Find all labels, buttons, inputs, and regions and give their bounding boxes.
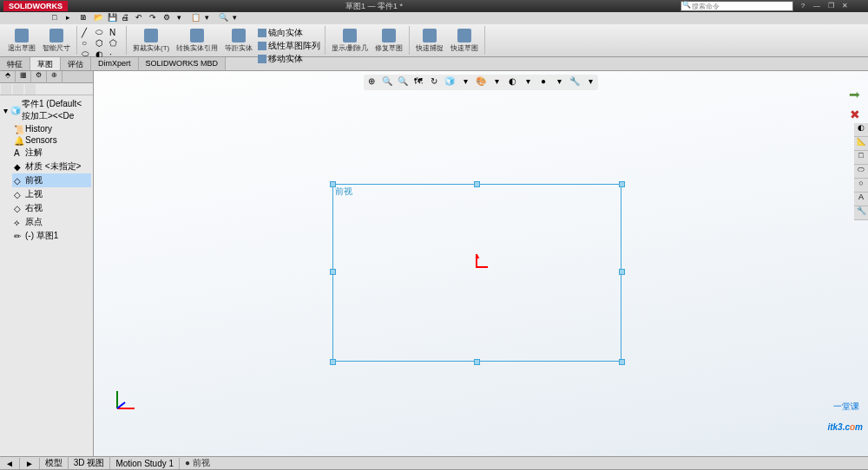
qat-button-1[interactable]: ▸ — [66, 13, 76, 23]
sketch-tool-icon[interactable]: ⬡ — [95, 38, 108, 48]
qat-button-0[interactable]: □ — [52, 13, 62, 23]
confirm-ok-icon[interactable]: ⮕ — [847, 88, 863, 104]
close-button[interactable]: ✕ — [838, 2, 851, 10]
view-tool-10[interactable]: ▾ — [522, 76, 534, 88]
tree-item[interactable]: 🔔Sensors — [12, 134, 91, 146]
sketch-tool-icon[interactable]: N — [109, 28, 122, 37]
ribbon-button[interactable]: 快速草图 — [448, 26, 481, 55]
resize-handle[interactable] — [330, 359, 336, 365]
view-tool-2[interactable]: 🔍 — [397, 76, 409, 88]
confirm-cancel-icon[interactable]: ✖ — [847, 108, 863, 123]
view-tool-13[interactable]: 🔧 — [569, 76, 581, 88]
qat-button-6[interactable]: ↶ — [135, 13, 146, 23]
tab-DimXpert[interactable]: DimXpert — [91, 57, 139, 70]
help-button[interactable]: ? — [797, 2, 809, 10]
ribbon-label: 快速捕捉 — [416, 43, 444, 53]
panel-tab-config[interactable]: ⚙ — [31, 71, 47, 83]
ribbon-button[interactable]: 剪裁实体(T) — [130, 26, 172, 55]
ribbon-button[interactable]: 退出草图 — [5, 26, 38, 55]
sketch-tool-icon[interactable]: ⬠ — [109, 38, 122, 48]
panel-tool-1[interactable] — [1, 84, 11, 95]
taskpane-button-5[interactable]: A — [854, 193, 868, 206]
minimize-button[interactable]: — — [811, 2, 823, 10]
tab-评估[interactable]: 评估 — [61, 57, 91, 70]
view-tool-5[interactable]: 🧊 — [444, 76, 456, 88]
qat-button-7[interactable]: ↷ — [149, 13, 160, 23]
panel-tab-feature[interactable]: ⬘ — [0, 71, 16, 83]
resize-handle[interactable] — [619, 181, 625, 187]
tree-item[interactable]: ◇右视 — [12, 201, 91, 215]
view-tool-7[interactable]: 🎨 — [475, 76, 487, 88]
qat-button-10[interactable]: 📋 — [191, 13, 201, 23]
nav-next-button[interactable]: ► — [20, 458, 40, 469]
qat-button-5[interactable]: 🖨 — [122, 13, 132, 23]
resize-handle[interactable] — [474, 359, 480, 365]
sketch-tool-icon[interactable]: ○ — [82, 38, 94, 48]
ribbon-small-button[interactable]: 线性草图阵列 — [258, 40, 320, 52]
tree-item[interactable]: A注解 — [12, 146, 91, 160]
nav-prev-button[interactable]: ◄ — [0, 458, 20, 469]
resize-handle[interactable] — [619, 269, 625, 275]
resize-handle[interactable] — [330, 181, 336, 187]
ribbon-button[interactable]: 修复草图 — [372, 26, 405, 55]
graphics-area[interactable]: ⊕🔍🔍🗺↻🧊▾🎨▾◐▾●▾🔧▾ 前视 ▲ ⮕ ✖ ◐📐□⬭○A� — [94, 71, 868, 456]
tree-item[interactable]: ◇前视 — [12, 173, 91, 187]
sketch-tool-icon[interactable]: ⬭ — [95, 27, 108, 37]
panel-tool-2[interactable] — [13, 84, 23, 95]
ribbon-button[interactable]: 显示/删除几 — [329, 26, 371, 55]
qat-button-4[interactable]: 💾 — [108, 13, 118, 23]
panel-tab-dim[interactable]: ⊕ — [47, 71, 62, 83]
panel-tool-3[interactable] — [25, 84, 36, 95]
resize-handle[interactable] — [619, 359, 625, 365]
taskpane-button-4[interactable]: ○ — [854, 179, 868, 193]
view-tool-4[interactable]: ↻ — [428, 76, 440, 88]
taskpane-button-3[interactable]: ⬭ — [854, 165, 868, 179]
sketch-plane-boundary[interactable] — [332, 184, 621, 362]
tree-item[interactable]: 📜History — [12, 123, 91, 134]
view-tool-8[interactable]: ▾ — [490, 76, 503, 88]
bottom-tab-motion[interactable]: Motion Study 1 — [110, 458, 180, 469]
qat-button-3[interactable]: 📂 — [94, 13, 104, 23]
tab-草图[interactable]: 草图 — [30, 57, 61, 70]
ribbon-button[interactable]: 等距实体 — [222, 26, 255, 55]
tree-item[interactable]: ◆材质 <未指定> — [12, 160, 91, 173]
tree-root[interactable]: ▾🧊零件1 (Default<按加工><<De — [2, 97, 91, 123]
taskpane-button-0[interactable]: ◐ — [854, 123, 868, 137]
qat-button-2[interactable]: 🗎 — [80, 13, 90, 23]
qat-button-9[interactable]: ▾ — [177, 13, 187, 23]
tree-item[interactable]: ⟡原点 — [12, 215, 91, 229]
view-tool-1[interactable]: 🔍 — [381, 76, 393, 88]
sketch-tool-icon[interactable]: ╱ — [82, 28, 94, 37]
panel-tab-property[interactable]: ▦ — [16, 71, 31, 83]
view-tool-14[interactable]: ▾ — [584, 76, 596, 88]
resize-handle[interactable] — [330, 269, 336, 275]
tree-item[interactable]: ✏(-) 草图1 — [12, 229, 91, 243]
view-tool-9[interactable]: ◐ — [506, 76, 518, 88]
ribbon-small-button[interactable]: 移动实体 — [258, 53, 320, 65]
qat-button-11[interactable]: ▾ — [205, 13, 215, 23]
tab-SOLIDWORKS MBD[interactable]: SOLIDWORKS MBD — [139, 57, 227, 70]
resize-handle[interactable] — [474, 181, 480, 187]
tree-item[interactable]: ◇上视 — [12, 187, 91, 201]
view-tool-11[interactable]: ● — [537, 76, 549, 88]
qat-button-13[interactable]: ▾ — [233, 13, 243, 23]
taskpane-button-2[interactable]: □ — [854, 151, 868, 165]
qat-button-12[interactable]: 🔍 — [219, 13, 229, 23]
ribbon-button[interactable]: 快速捕捉 — [413, 26, 446, 55]
bottom-tab-3dview[interactable]: 3D 视图 — [69, 456, 111, 470]
ribbon-button[interactable]: 转换实体引用 — [174, 26, 220, 55]
taskpane-button-1[interactable]: 📐 — [854, 137, 868, 151]
restore-button[interactable]: ❐ — [825, 2, 837, 10]
view-tool-3[interactable]: 🗺 — [412, 76, 424, 88]
ribbon-button[interactable]: 智能尺寸 — [40, 26, 73, 55]
tab-特征[interactable]: 特征 — [0, 57, 30, 70]
app-logo: SOLIDWORKS — [3, 1, 68, 11]
view-tool-12[interactable]: ▾ — [553, 76, 565, 88]
bottom-tab-model[interactable]: 模型 — [40, 456, 69, 470]
search-input[interactable]: 搜索命令 — [681, 1, 793, 11]
view-tool-0[interactable]: ⊕ — [365, 76, 378, 88]
taskpane-button-6[interactable]: 🔧 — [854, 206, 868, 220]
ribbon-small-button[interactable]: 镜向实体 — [258, 27, 320, 39]
view-tool-6[interactable]: ▾ — [459, 76, 471, 88]
qat-button-8[interactable]: ⚙ — [163, 13, 174, 23]
